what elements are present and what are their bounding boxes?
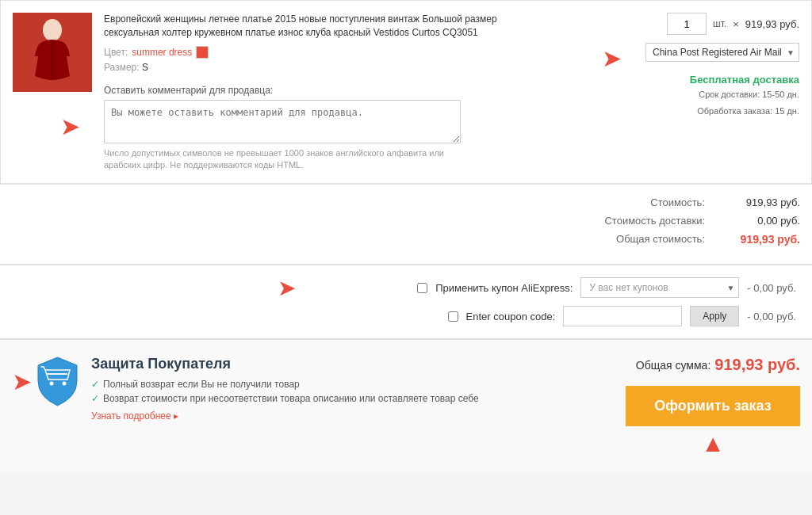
protection-item-1-text: Полный возврат если Вы не получили товар bbox=[103, 379, 300, 390]
aliexpress-coupon-row: ➤ Применить купон AliExpress: У вас нет … bbox=[16, 277, 796, 298]
delivery-time: Срок доставки: 15-50 дн. bbox=[690, 88, 799, 102]
aliexpress-coupon-label: Применить купон AliExpress: bbox=[435, 282, 573, 294]
total-cost-label: Общая стоимость: bbox=[586, 233, 705, 246]
main-container: Европейский женщины летнее платье 2015 н… bbox=[0, 0, 812, 473]
comment-section: ➤ Оставить комментарий для продавца: Чис… bbox=[104, 85, 510, 172]
qty-row: шт. × 919,93 руб. bbox=[667, 13, 799, 35]
size-value: S bbox=[142, 62, 148, 73]
protection-text: Защита Покупателя ✓ Полный возврат если … bbox=[91, 356, 610, 422]
coupon-select-wrap: У вас нет купонов ▼ bbox=[580, 277, 739, 298]
color-swatch bbox=[196, 46, 209, 59]
shield-icon bbox=[36, 356, 79, 407]
svg-point-1 bbox=[43, 19, 62, 41]
svg-rect-3 bbox=[47, 373, 67, 375]
enter-coupon-checkbox[interactable] bbox=[448, 311, 458, 322]
order-total-section: Общая сумма: 919,93 руб. Оформить заказ … bbox=[626, 356, 800, 457]
free-delivery-title: Бесплатная доставка bbox=[690, 74, 799, 86]
check-icon-1: ✓ bbox=[91, 379, 99, 390]
product-size: Размер: S bbox=[104, 62, 510, 73]
comment-label: Оставить комментарий для продавца: bbox=[104, 85, 510, 96]
svg-point-4 bbox=[50, 382, 54, 386]
shipping-arrow: ➤ bbox=[602, 44, 622, 72]
enter-coupon-label: Enter coupon code: bbox=[466, 311, 556, 322]
coupon-section: ➤ Применить купон AliExpress: У вас нет … bbox=[0, 265, 812, 338]
product-image bbox=[13, 13, 92, 92]
qty-unit: шт. bbox=[713, 18, 726, 29]
cost-summary: Стоимость: 919,93 руб. Стоимость доставк… bbox=[0, 184, 812, 264]
qty-shipping: шт. × 919,93 руб. ➤ China Post Registere… bbox=[522, 13, 799, 171]
order-total-label: Общая сумма: bbox=[636, 359, 710, 372]
protection-title: Защита Покупателя bbox=[91, 356, 610, 372]
buyer-protection: ➤ Защита Покупателя ✓ bbox=[12, 356, 610, 422]
comment-arrow: ➤ bbox=[60, 113, 80, 140]
comment-textarea[interactable] bbox=[104, 100, 461, 143]
size-label: Размер: bbox=[104, 62, 140, 73]
product-section: Европейский женщины летнее платье 2015 н… bbox=[0, 0, 812, 184]
comment-hint: Число допустимых символов не превышает 1… bbox=[104, 147, 461, 172]
qty-price: 919,93 руб. bbox=[745, 18, 799, 30]
shipping-cost-label: Стоимость доставки: bbox=[586, 215, 705, 227]
free-delivery: Бесплатная доставка Срок доставки: 15-50… bbox=[690, 74, 799, 118]
order-up-arrow: ▲ bbox=[626, 430, 800, 457]
color-value: summer dress bbox=[132, 47, 192, 58]
enter-coupon-discount: - 0,00 руб. bbox=[747, 311, 796, 322]
order-button[interactable]: Оформить заказ bbox=[626, 386, 800, 426]
quantity-input[interactable] bbox=[667, 13, 707, 35]
item-cost-value: 919,93 руб. bbox=[721, 196, 800, 208]
left-content: Европейский женщины летнее платье 2015 н… bbox=[104, 13, 510, 171]
shipping-cost-value: 0,00 руб. bbox=[721, 215, 800, 227]
svg-point-5 bbox=[63, 382, 67, 386]
check-icon-2: ✓ bbox=[91, 393, 99, 404]
total-cost-row: Общая стоимость: 919,93 руб. bbox=[12, 233, 800, 246]
apply-button[interactable]: Apply bbox=[690, 306, 739, 326]
protection-arrow: ➤ bbox=[12, 368, 32, 395]
learn-more-link[interactable]: Узнать подробнее ▸ bbox=[91, 410, 610, 422]
order-total-value: 919,93 руб. bbox=[714, 356, 800, 374]
enter-coupon-row: Enter coupon code: Apply - 0,00 руб. bbox=[16, 306, 796, 326]
product-title: Европейский женщины летнее платье 2015 н… bbox=[104, 13, 510, 40]
protection-item-2-text: Возврат стоимости при несоответствии тов… bbox=[103, 393, 479, 404]
total-cost-value: 919,93 руб. bbox=[721, 233, 800, 246]
shipping-select-wrap: China Post Registered Air Mail China Pos… bbox=[645, 43, 799, 62]
total-label-row: Общая сумма: 919,93 руб. bbox=[626, 356, 800, 374]
bottom-section: ➤ Защита Покупателя ✓ bbox=[0, 339, 812, 473]
processing-time: Обработка заказа: 15 дн. bbox=[690, 105, 799, 119]
aliexpress-coupon-select[interactable]: У вас нет купонов bbox=[580, 277, 739, 298]
coupon-arrow: ➤ bbox=[278, 275, 296, 301]
aliexpress-coupon-discount: - 0,00 руб. bbox=[747, 282, 796, 294]
coupon-code-input[interactable] bbox=[563, 306, 682, 326]
item-cost-label: Стоимость: bbox=[586, 196, 705, 208]
color-label: Цвет: bbox=[104, 47, 128, 58]
shield-arrow-wrap: ➤ bbox=[12, 356, 79, 407]
shipping-select[interactable]: China Post Registered Air Mail China Pos… bbox=[645, 43, 799, 62]
product-color: Цвет: summer dress bbox=[104, 46, 510, 59]
protection-item-2: ✓ Возврат стоимости при несоответствии т… bbox=[91, 393, 610, 404]
item-cost-row: Стоимость: 919,93 руб. bbox=[12, 196, 800, 208]
protection-item-1: ✓ Полный возврат если Вы не получили тов… bbox=[91, 379, 610, 390]
aliexpress-coupon-checkbox[interactable] bbox=[417, 283, 427, 293]
shipping-cost-row: Стоимость доставки: 0,00 руб. bbox=[12, 215, 800, 227]
